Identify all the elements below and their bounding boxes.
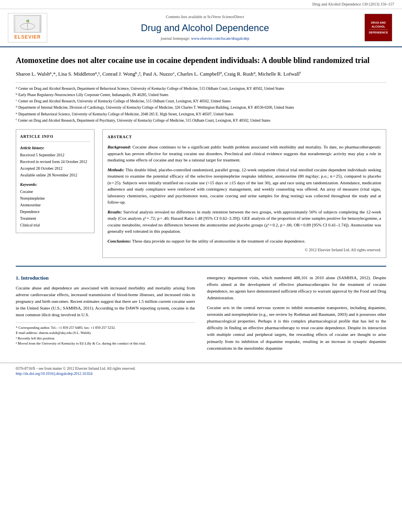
affiliation-e: ᵉ Department of Behavioral Science, Univ… [16,111,386,117]
top-bar: Drug and Alcohol Dependence 130 (2013) 1… [0,0,402,9]
abstract-heading: ABSTRACT [107,134,381,140]
svg-text:🌿: 🌿 [26,19,30,23]
note1-footnote: ¹ Recently left this position. [16,336,195,341]
journal-header: 🌿 ELSEVIER Contents lists available at S… [0,9,402,47]
journal-logo-box: DRUG AND ALCOHOL DEPENDENCE [365,14,392,41]
page-wrapper: Drug and Alcohol Dependence 130 (2013) 1… [0,0,402,380]
homepage-link[interactable]: www.elsevier.com/locate/drugalcdep [191,36,249,41]
journal-title-center: Contents lists available at SciVerse Sci… [47,14,363,42]
conclusions-label: Conclusions: [107,239,131,243]
keyword-norepinephrine: Norepinephrine [20,195,90,202]
available-online-date: Available online 28 November 2012 [20,172,90,178]
footer-bar: 0376-8716/$ – see front matter © 2012 El… [0,363,402,380]
keyword-clinical-trial: Clinical trial [20,222,90,228]
body-two-col: 1. Introduction Cocaine abuse and depend… [16,274,386,355]
background-label: Background: [107,145,131,149]
keywords-label: Keywords: [20,182,90,188]
abstract-methods: Methods: This double blind, placebo-cont… [107,167,381,206]
affiliation-f: ᶠ Center on Drug and Alcohol Research, D… [16,118,386,123]
article-title: Atomoxetine does not alter cocaine use i… [16,55,386,65]
abstract-background: Background: Cocaine abuse continues to b… [107,144,381,163]
methods-label: Methods: [107,167,124,172]
contents-available-line: Contents lists available at SciVerse Sci… [55,14,355,20]
accepted-date: Accepted 28 October 2012 [20,165,90,172]
results-label: Results: [107,209,122,214]
elsevier-wordmark: ELSEVIER [14,34,41,41]
received-revised-date: Received in revised form 24 October 2012 [20,159,90,165]
authors-line: Sharon L. Walshᵃ,*, Lisa S. Middletonᵃ,¹… [16,70,386,78]
journal-logo-right: DRUG AND ALCOHOL DEPENDENCE [363,14,394,41]
corresponding-footnote: * Corresponding author. Tel.: +1 859 257… [16,325,195,331]
keyword-dependence: Dependence [20,209,90,215]
affiliation-a: ᵃ Center on Drug and Alcohol Research, D… [16,86,386,91]
body-col-left: 1. Introduction Cocaine abuse and depend… [16,274,195,355]
introduction-heading: 1. Introduction [16,274,195,282]
abstract-copyright: © 2012 Elsevier Ireland Ltd. All rights … [107,247,381,253]
received-date: Received 5 September 2012 [20,152,90,158]
footer-doi-link[interactable]: http://dx.doi.org/10.1016/j.drugalcdep.2… [16,372,93,376]
homepage-line: journal homepage: www.elsevier.com/locat… [55,36,355,41]
affiliation-d: ᵈ Department of Internal Medicine, Divis… [16,105,386,110]
intro-para-1: Cocaine abuse and dependence are associa… [16,285,195,318]
elsevier-logo-image: 🌿 [14,15,41,33]
article-info-abstract-row: ARTICLE INFO Article history: Received 5… [16,129,386,258]
affiliation-b: ᵇ Early Phase Regulatory-Neuroscience Li… [16,92,386,98]
affiliations: ᵃ Center on Drug and Alcohol Research, D… [16,82,386,124]
section-divider [16,266,386,267]
citation-text: Drug and Alcohol Dependence 130 (2013) 1… [312,2,394,6]
article-info-heading: ARTICLE INFO [20,133,90,142]
abstract-box: ABSTRACT Background: Cocaine abuse conti… [102,129,386,258]
affiliation-c: ᶜ Center on Drug and Alcohol Research, U… [16,98,386,104]
intro-para-3: Cocaine acts in the central nervous syst… [207,304,387,351]
note2-footnote: ² Moved from the University of Kentucky … [16,341,195,347]
keyword-treatment: Treatment [20,215,90,222]
intro-para-2: emergency department visits, which numbe… [207,274,387,301]
footer-issn: 0376-8716/$ – see front matter © 2012 El… [16,366,386,371]
abstract-results: Results: Survival analysis revealed no d… [107,209,381,235]
article-info-box: ARTICLE INFO Article history: Received 5… [16,129,94,233]
main-content: Atomoxetine does not alter cocaine use i… [0,47,402,363]
journal-main-title: Drug and Alcohol Dependence [55,21,355,35]
body-col-right: emergency department visits, which numbe… [207,274,387,355]
history-label: Article history: [20,145,90,151]
footnotes: * Corresponding author. Tel.: +1 859 257… [16,323,195,347]
abstract-column: ABSTRACT Background: Cocaine abuse conti… [102,129,386,258]
abstract-conclusions: Conclusions: These data provide no suppo… [107,238,381,245]
article-info-column: ARTICLE INFO Article history: Received 5… [16,129,94,258]
email-footnote: E-mail address: sharon.walsh@uky.edu (S.… [16,330,195,336]
keyword-cocaine: Cocaine [20,189,90,195]
keyword-atomoxetine: Atomoxetine [20,202,90,208]
elsevier-logo: 🌿 ELSEVIER [8,13,47,43]
